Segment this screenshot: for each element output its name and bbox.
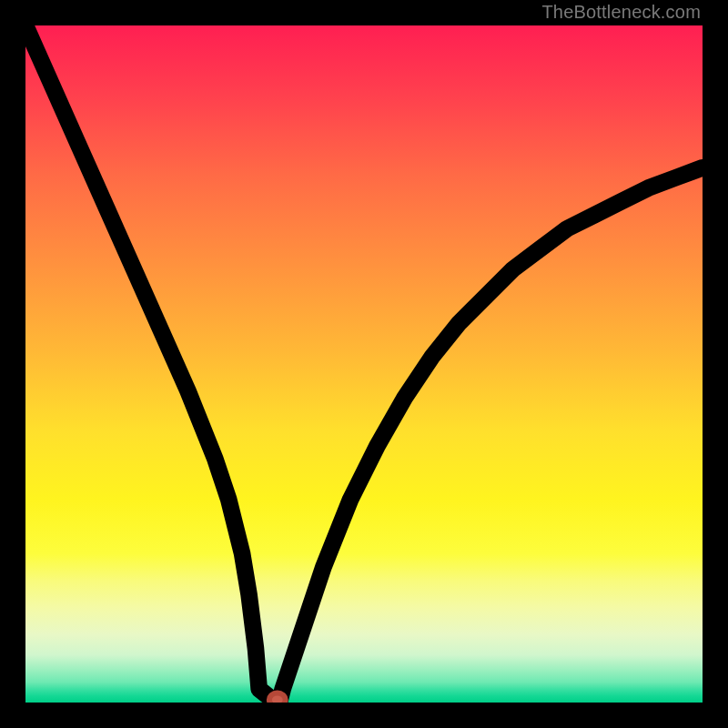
- bottleneck-curve: [25, 25, 703, 703]
- plot-area: [25, 25, 703, 703]
- watermark-text: TheBottleneck.com: [541, 2, 701, 23]
- chart-frame: TheBottleneck.com: [0, 0, 728, 728]
- curve-layer: [25, 25, 703, 703]
- optimal-point-marker: [269, 693, 286, 703]
